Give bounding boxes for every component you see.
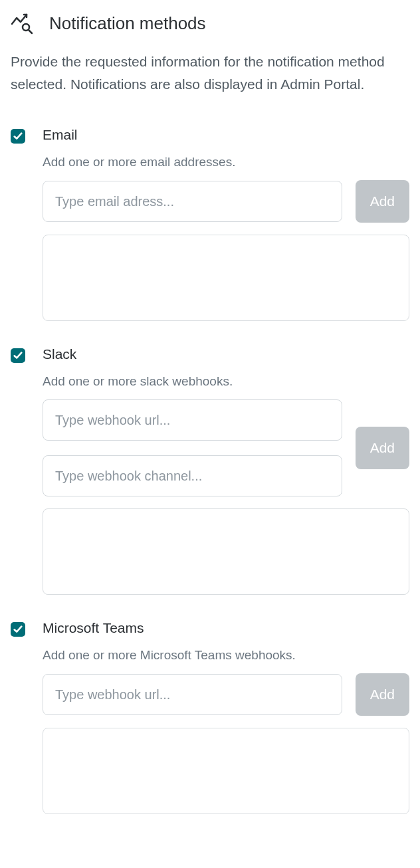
teams-list-box [43,728,409,814]
page-description: Provide the requested information for th… [11,51,409,95]
email-sub: Add one or more email addresses. [43,155,409,169]
page-header: Notification methods [11,12,409,35]
email-label: Email [43,127,409,143]
slack-checkbox[interactable] [11,348,25,363]
check-icon [13,351,23,360]
slack-sub: Add one or more slack webhooks. [43,374,409,389]
slack-channel-input[interactable] [43,455,342,496]
method-teams: Microsoft Teams Add one or more Microsof… [11,620,409,814]
method-email: Email Add one or more email addresses. A… [11,127,409,321]
email-list-box [43,235,409,321]
slack-list-box [43,508,409,595]
email-checkbox[interactable] [11,129,25,144]
teams-add-button[interactable]: Add [356,673,409,716]
teams-url-input[interactable] [43,674,342,715]
check-icon [13,132,23,141]
page-title: Notification methods [49,13,206,34]
slack-url-input[interactable] [43,399,342,441]
teams-sub: Add one or more Microsoft Teams webhooks… [43,648,409,663]
email-add-button[interactable]: Add [356,180,409,223]
check-icon [13,625,23,634]
svg-line-3 [29,30,32,33]
slack-label: Slack [43,346,409,362]
analytics-search-icon [11,12,33,35]
slack-add-button[interactable]: Add [356,427,409,469]
teams-label: Microsoft Teams [43,620,409,636]
method-slack: Slack Add one or more slack webhooks. Ad… [11,346,409,595]
teams-checkbox[interactable] [11,622,25,637]
email-input[interactable] [43,181,342,222]
